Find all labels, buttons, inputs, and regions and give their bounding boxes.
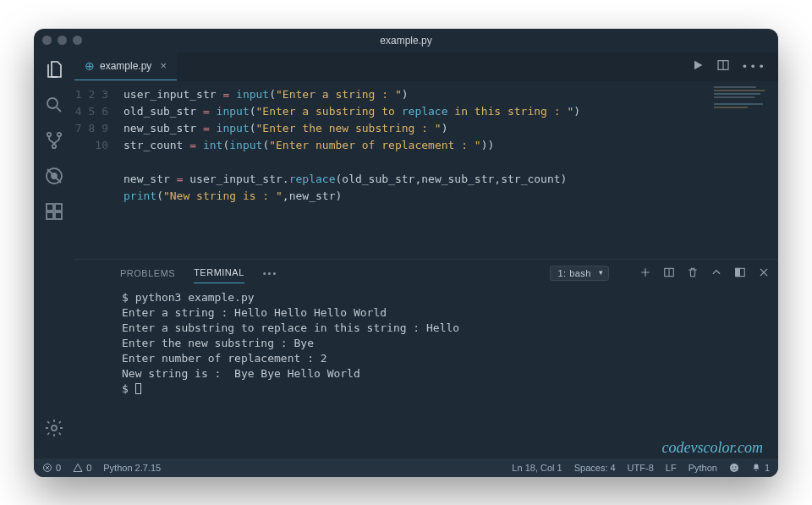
svg-point-5 [52,173,57,178]
titlebar: example.py [34,29,778,52]
svg-point-17 [732,466,732,467]
editor-actions: ••• [679,52,778,80]
minimize-traffic[interactable] [58,36,67,45]
status-errors[interactable]: 0 [42,463,61,473]
maximize-panel-icon[interactable] [710,266,722,280]
run-icon[interactable] [691,58,705,74]
window-title: example.py [34,35,778,47]
source-control-icon[interactable] [44,130,64,151]
code-content[interactable]: user_input_str = input("Enter a string :… [118,81,778,259]
tab-label: example.py [100,60,151,72]
svg-point-2 [58,132,61,135]
status-encoding[interactable]: UTF-8 [628,463,654,473]
debug-icon[interactable] [44,166,64,186]
svg-rect-14 [736,268,740,276]
status-feedback-icon[interactable] [729,463,739,473]
terminal-selector[interactable]: 1: bash [550,266,609,281]
traffic-lights [42,36,82,45]
kill-terminal-icon[interactable] [687,266,699,280]
settings-gear-icon[interactable] [44,418,64,438]
panel-tab-problems[interactable]: PROBLEMS [120,263,175,283]
minimap[interactable] [714,86,773,120]
svg-point-3 [52,144,56,147]
status-language[interactable]: Python [689,463,717,473]
search-icon[interactable] [44,95,64,115]
svg-point-16 [730,464,738,472]
split-terminal-icon[interactable] [663,266,675,280]
explorer-icon[interactable] [44,59,64,80]
svg-point-1 [47,132,51,135]
status-cursor[interactable]: Ln 18, Col 1 [512,463,562,473]
status-notifications[interactable]: 1 [751,463,770,473]
status-warnings[interactable]: 0 [73,463,91,473]
status-bar: 0 0 Python 2.7.15 Ln 18, Col 1 Spaces: 4… [34,458,778,477]
activity-bar [34,52,74,458]
svg-rect-8 [55,212,62,219]
svg-point-18 [735,466,736,467]
bottom-panel: PROBLEMS TERMINAL ••• 1: bash $ python3 … [74,259,778,458]
toggle-panel-icon[interactable] [734,266,746,280]
svg-point-0 [47,98,58,108]
close-panel-icon[interactable] [758,266,770,280]
close-tab-icon[interactable]: × [160,59,167,72]
svg-rect-9 [55,204,62,211]
extensions-icon[interactable] [44,201,64,222]
editor-tabs: ⊕ example.py × ••• [74,52,778,81]
zoom-traffic[interactable] [73,36,82,45]
new-terminal-icon[interactable] [639,266,651,280]
svg-point-10 [52,425,57,431]
panel-more-icon[interactable]: ••• [263,268,278,278]
svg-rect-6 [47,204,53,211]
close-traffic[interactable] [42,36,52,45]
code-editor[interactable]: 1 2 3 4 5 6 7 8 9 10 user_input_str = in… [74,81,778,259]
tab-example-py[interactable]: ⊕ example.py × [74,52,177,80]
status-python-version[interactable]: Python 2.7.15 [103,463,161,473]
python-file-icon: ⊕ [85,59,95,73]
editor-window: example.py [34,29,778,477]
panel-tab-terminal[interactable]: TERMINAL [194,262,244,283]
svg-rect-7 [47,212,53,219]
more-actions-icon[interactable]: ••• [742,60,766,73]
status-eol[interactable]: LF [666,463,677,473]
split-editor-icon[interactable] [716,58,730,74]
status-spaces[interactable]: Spaces: 4 [574,463,616,473]
terminal-output[interactable]: $ python3 example.py Enter a string : He… [74,287,778,439]
line-gutter: 1 2 3 4 5 6 7 8 9 10 [74,81,118,259]
watermark: codevscolor.com [74,439,778,458]
